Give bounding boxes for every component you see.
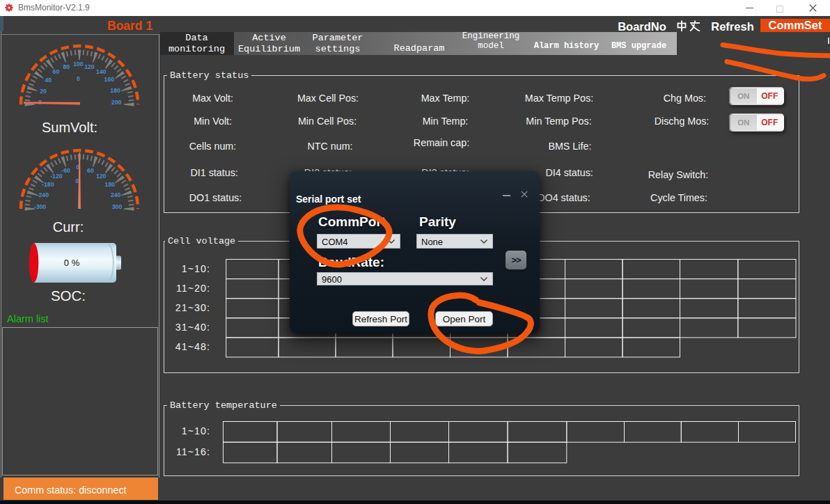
svg-text:160: 160	[104, 76, 115, 83]
svg-text:60: 60	[87, 167, 94, 174]
svg-text:180: 180	[105, 181, 116, 188]
svg-text:20: 20	[40, 88, 47, 95]
svg-text:180: 180	[110, 87, 120, 94]
svg-text:0: 0	[77, 75, 80, 82]
svg-text:-180: -180	[42, 181, 54, 188]
svg-text:100: 100	[73, 61, 84, 68]
svg-text:-300: -300	[34, 203, 47, 210]
svg-text:-60: -60	[61, 167, 70, 174]
svg-text:-120: -120	[50, 173, 63, 180]
svg-text:200: 200	[111, 99, 122, 106]
svg-text:120: 120	[84, 63, 95, 70]
svg-text:0 %: 0 %	[64, 258, 80, 268]
svg-text:240: 240	[111, 191, 121, 198]
svg-text:80: 80	[63, 63, 70, 70]
svg-text:-240: -240	[37, 191, 49, 198]
svg-text:140: 140	[96, 68, 107, 75]
svg-text:120: 120	[96, 173, 107, 180]
svg-text:60: 60	[53, 68, 60, 75]
svg-text:300: 300	[112, 203, 123, 210]
svg-text:0: 0	[75, 178, 79, 184]
svg-text:40: 40	[45, 77, 52, 84]
